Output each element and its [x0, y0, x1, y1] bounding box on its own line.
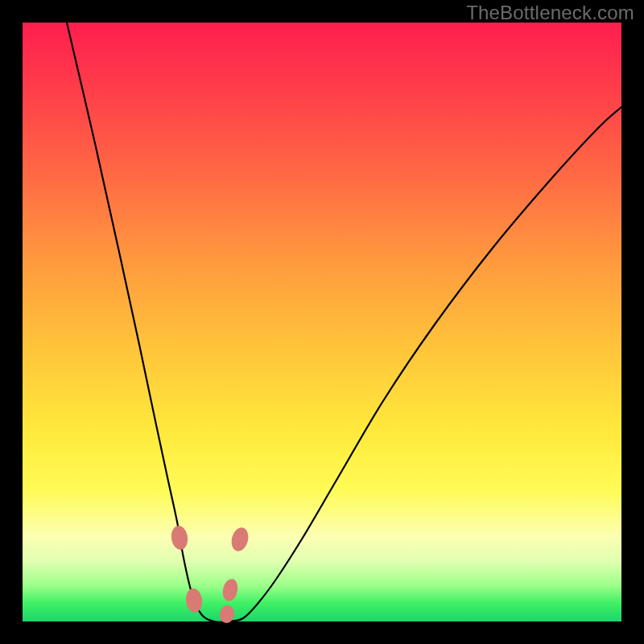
bottleneck-chart — [23, 23, 621, 621]
marker-left-lower — [184, 588, 203, 613]
watermark-text: TheBottleneck.com — [466, 2, 634, 24]
marker-right-middle — [221, 577, 239, 602]
marker-right-upper — [229, 526, 251, 553]
marker-group — [170, 525, 250, 625]
marker-left-upper — [170, 525, 189, 551]
bottleneck-curve — [67, 23, 621, 622]
